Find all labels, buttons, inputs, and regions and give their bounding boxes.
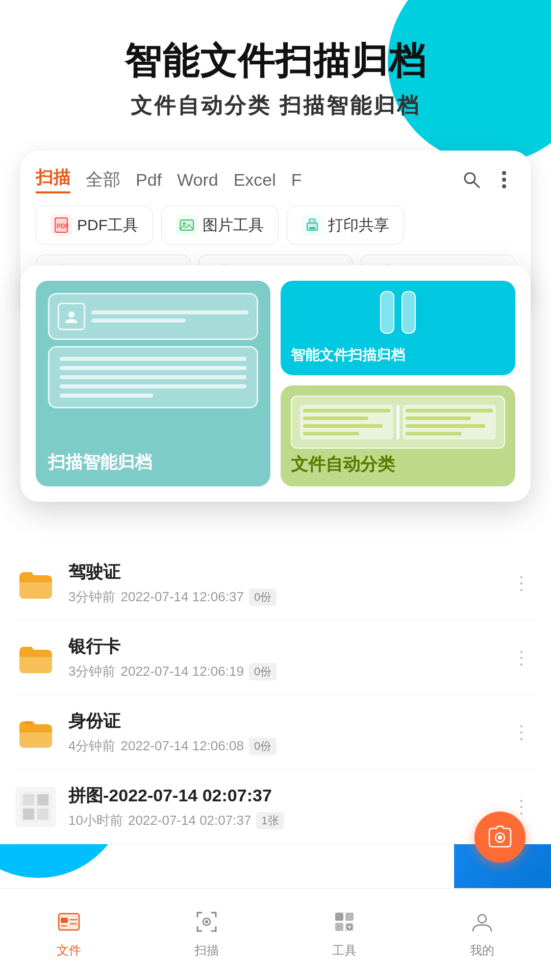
file-badge-2: 0份	[249, 663, 277, 680]
files-nav-icon	[58, 911, 80, 938]
svg-text:PDF: PDF	[57, 223, 68, 230]
folder-icon-3	[15, 712, 56, 753]
feature-overlay: 扫描智能归档	[20, 265, 531, 502]
avatar-icon	[58, 303, 85, 330]
svg-rect-8	[180, 220, 193, 230]
pdf-icon: PDF	[51, 214, 72, 236]
id-card-illustration	[48, 293, 258, 408]
tabs-icons	[460, 168, 515, 191]
bottom-nav: 文件 扫描 工具	[0, 888, 551, 980]
svg-rect-43	[335, 913, 343, 921]
folder-icon-1	[15, 563, 56, 604]
pdf-tool-btn[interactable]: PDF PDF工具	[36, 206, 153, 244]
more-icon[interactable]	[493, 168, 515, 191]
tools-row: PDF PDF工具 图片工具	[36, 206, 515, 244]
svg-rect-44	[345, 913, 354, 921]
file-info-4: 拼图-2022-07-14 02:07:37 10小时前 2022-07-14 …	[68, 784, 507, 829]
print-icon	[302, 214, 323, 236]
nav-scan-label: 扫描	[194, 942, 219, 959]
svg-point-10	[183, 223, 186, 225]
header: 智能文件扫描归档 文件自动分类 扫描智能归档	[0, 0, 551, 140]
file-date-3: 2022-07-14 12:06:08	[120, 738, 243, 754]
doc-small-left	[380, 291, 394, 334]
file-meta-1: 3分钟前 2022-07-14 12:06:37 0份	[68, 588, 507, 606]
file-time-1: 3分钟前	[68, 588, 115, 606]
card-lines	[91, 310, 248, 323]
book-spine	[396, 405, 399, 439]
page-title: 智能文件扫描归档	[31, 41, 520, 81]
file-info-3: 身份证 4分钟前 2022-07-14 12:06:08 0份	[68, 709, 507, 755]
file-time-3: 4分钟前	[68, 737, 115, 755]
file-name-1: 驾驶证	[68, 560, 507, 584]
nav-profile[interactable]: 我的	[413, 889, 551, 980]
folder-icon-2	[15, 638, 56, 678]
svg-rect-31	[23, 808, 34, 820]
svg-rect-32	[37, 808, 48, 820]
tools-nav-icon	[333, 911, 356, 938]
scan-archive-label: 扫描智能归档	[48, 451, 152, 474]
svg-rect-45	[335, 923, 343, 931]
file-meta-4: 10小时前 2022-07-14 02:07:37 1张	[68, 812, 507, 829]
nav-files[interactable]: 文件	[0, 889, 138, 980]
more-btn-2[interactable]: ⋮	[507, 642, 536, 674]
tab-all[interactable]: 全部	[86, 168, 120, 191]
file-time-2: 3分钟前	[68, 663, 115, 680]
tab-scan[interactable]: 扫描	[36, 166, 70, 193]
scan-archive-card[interactable]: 扫描智能归档	[36, 281, 270, 486]
tab-pdf[interactable]: Pdf	[136, 170, 162, 190]
file-info-2: 银行卡 3分钟前 2022-07-14 12:06:19 0份	[68, 635, 507, 680]
tab-f[interactable]: F	[291, 170, 302, 190]
nav-scan[interactable]: 扫描	[138, 889, 276, 980]
print-tool-label: 打印共享	[328, 215, 389, 236]
intelligent-scan-card[interactable]: 智能文件扫描归档	[281, 281, 515, 375]
file-thumb-4	[15, 787, 56, 827]
svg-line-1	[473, 182, 479, 187]
file-item-yinhangka[interactable]: 银行卡 3分钟前 2022-07-14 12:06:19 0份 ⋮	[15, 621, 536, 695]
file-name-2: 银行卡	[68, 635, 507, 658]
file-item-shenfenzheng[interactable]: 身份证 4分钟前 2022-07-14 12:06:08 0份 ⋮	[15, 695, 536, 770]
svg-point-3	[502, 178, 506, 182]
file-meta-2: 3分钟前 2022-07-14 12:06:19 0份	[68, 663, 507, 680]
image-icon	[176, 214, 197, 236]
file-meta-3: 4分钟前 2022-07-14 12:06:08 0份	[68, 737, 507, 755]
svg-point-34	[498, 836, 502, 840]
tab-excel[interactable]: Excel	[234, 170, 276, 190]
profile-nav-icon	[471, 911, 493, 938]
nav-tools-label: 工具	[332, 942, 357, 959]
more-btn-3[interactable]: ⋮	[507, 717, 536, 748]
svg-rect-29	[23, 794, 34, 805]
file-time-4: 10小时前	[68, 812, 123, 829]
intelligent-scan-label: 智能文件扫描归档	[291, 346, 405, 365]
file-item-pintu[interactable]: 拼图-2022-07-14 02:07:37 10小时前 2022-07-14 …	[15, 770, 536, 844]
book-illustration	[291, 396, 505, 449]
svg-point-42	[205, 920, 208, 923]
nav-files-label: 文件	[57, 942, 81, 959]
svg-rect-15	[309, 227, 315, 229]
docs-pair-illustration	[380, 291, 416, 334]
file-date-2: 2022-07-14 12:06:19	[120, 664, 243, 679]
book-page-right	[403, 405, 496, 439]
svg-point-50	[478, 915, 486, 923]
tabs-row: 扫描 全部 Pdf Word Excel F	[36, 166, 515, 193]
scan-nav-icon	[195, 911, 218, 938]
search-icon[interactable]	[460, 168, 483, 191]
file-list: 驾驶证 3分钟前 2022-07-14 12:06:37 0份 ⋮ 银行卡 3分…	[0, 546, 551, 844]
more-btn-1[interactable]: ⋮	[507, 568, 536, 599]
camera-fab[interactable]	[474, 812, 525, 863]
feature-right-col: 智能文件扫描归档	[281, 281, 515, 486]
nav-tools[interactable]: 工具	[276, 889, 413, 980]
feature-grid: 扫描智能归档	[36, 281, 515, 486]
svg-point-2	[502, 171, 506, 175]
tab-word[interactable]: Word	[177, 170, 218, 190]
svg-point-4	[502, 184, 506, 188]
pdf-tool-label: PDF工具	[77, 215, 138, 236]
doc-small-right	[402, 291, 416, 334]
file-item-jiashipizheng[interactable]: 驾驶证 3分钟前 2022-07-14 12:06:37 0份 ⋮	[15, 546, 536, 621]
file-name-4: 拼图-2022-07-14 02:07:37	[68, 784, 507, 807]
auto-sort-card[interactable]: 文件自动分类	[281, 385, 515, 486]
doc-illustration	[48, 346, 258, 408]
print-tool-btn[interactable]: 打印共享	[287, 206, 404, 244]
image-tool-btn[interactable]: 图片工具	[161, 206, 279, 244]
book-page-left	[300, 405, 393, 439]
file-info-1: 驾驶证 3分钟前 2022-07-14 12:06:37 0份	[68, 560, 507, 606]
